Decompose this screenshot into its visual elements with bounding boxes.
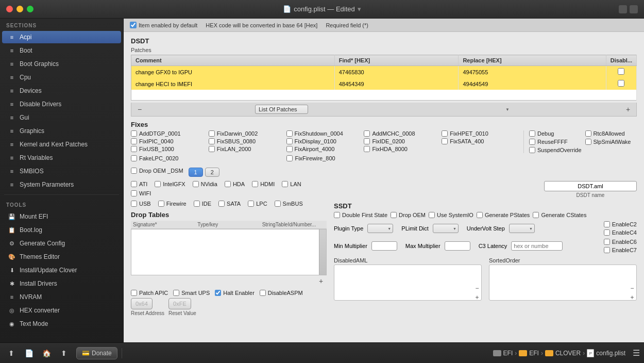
sidebar-item-rt-variables[interactable]: ≡ Rt Variables — [2, 152, 121, 164]
fix-FixSBUS[interactable]: FixSBUS_0080 — [209, 138, 284, 144]
bb-icon-home[interactable]: 🏠 — [39, 346, 54, 360]
cb-lan-input[interactable] — [282, 181, 288, 187]
cb-nvidia-input[interactable] — [193, 181, 199, 187]
list-patches-plus-button[interactable]: + — [623, 104, 633, 114]
fix-FixDisplay[interactable]: FixDisplay_0100 — [286, 138, 362, 144]
ssdt-gen-cstates-cb[interactable] — [533, 212, 539, 218]
fix-FixHDA[interactable]: FixHDA_8000 — [364, 146, 439, 152]
fix-DropOEM-cb[interactable] — [131, 168, 137, 174]
cb-hda[interactable]: HDA — [225, 181, 245, 187]
list-of-patches-select[interactable]: List Of Patches — [255, 105, 308, 114]
bb-hamburger-button[interactable]: ☰ — [633, 348, 640, 358]
row2-disable[interactable] — [606, 78, 636, 90]
cb-nvidia[interactable]: NVidia — [193, 181, 217, 187]
fix-FixUSB-cb[interactable] — [131, 146, 137, 152]
sidebar-item-generate-config[interactable]: ⚙ Generate Config — [2, 237, 121, 250]
plugin-type-select[interactable] — [367, 224, 393, 233]
ssdt-use-sysio[interactable]: Use SystemIO — [429, 212, 473, 218]
cb-enablec2-input[interactable] — [604, 221, 610, 227]
fix-FixIPIC[interactable]: FixIPIC_0040 — [131, 138, 207, 144]
sidebar-item-boot-log[interactable]: 📋 Boot.log — [2, 224, 121, 236]
cb-patchapic[interactable]: Patch APIC — [131, 290, 168, 296]
fix-FixDarwin-cb[interactable] — [209, 130, 215, 137]
cb-lpc[interactable]: LPC — [248, 201, 267, 207]
fix-FixAirport[interactable]: FixAirport_4000 — [286, 146, 362, 152]
cb-sata-input[interactable] — [218, 201, 225, 207]
dsdt-name-input[interactable] — [544, 181, 637, 191]
cb-hdmi[interactable]: HDMI — [252, 181, 275, 187]
fix-Debug[interactable]: Debug — [529, 130, 581, 137]
cb-haltenabled[interactable]: Halt Enabler — [215, 290, 255, 296]
fix-FakeLPC-cb[interactable] — [131, 155, 137, 161]
sidebar-item-kernel-kext[interactable]: ≡ Kernel and Kext Patches — [2, 138, 121, 151]
fix-FixUSB[interactable]: FixUSB_1000 — [131, 146, 207, 152]
table-row[interactable]: change HECI to IMEFI 48454349 494d4549 — [131, 78, 637, 90]
cb-ati-input[interactable] — [131, 181, 137, 187]
fix-FixSATA-cb[interactable] — [442, 138, 448, 144]
cb-intelgfx[interactable]: IntelGFX — [155, 181, 185, 187]
fix-Debug-cb[interactable] — [529, 130, 535, 137]
ssdt-gen-pstates[interactable]: Generate PStates — [477, 212, 530, 218]
cb-disableaspm-input[interactable] — [260, 290, 266, 296]
fix-FixSBUS-cb[interactable] — [209, 138, 215, 144]
sidebar-item-install-drivers[interactable]: ✱ Install Drivers — [2, 277, 121, 290]
drop-table-scrollbar[interactable] — [319, 229, 326, 275]
fix-AddMCHC-cb[interactable] — [364, 130, 370, 137]
bb-icon-share[interactable]: ⬆ — [57, 346, 71, 360]
fix-AddDTGP-cb[interactable] — [131, 130, 137, 137]
ssdt-gen-cstates[interactable]: Generate CStates — [533, 212, 586, 218]
maximize-button[interactable] — [27, 6, 33, 12]
min-mult-input[interactable] — [371, 241, 397, 251]
cb-ide-input[interactable] — [194, 201, 200, 207]
reset-value-button[interactable]: 0xFE — [168, 298, 191, 309]
page-btn-2[interactable]: 2 — [205, 168, 219, 177]
fix-FixSATA[interactable]: FixSATA_400 — [442, 138, 517, 144]
share-button[interactable] — [619, 5, 627, 13]
ssdt-use-sysio-cb[interactable] — [429, 212, 435, 218]
fix-FixDarwin[interactable]: FixDarwin_0002 — [209, 130, 284, 137]
ssdt-double-first[interactable]: Double First State — [334, 212, 387, 218]
row2-disable-checkbox[interactable] — [618, 80, 624, 87]
sidebar-item-gui[interactable]: ≡ Gui — [2, 111, 121, 124]
row1-disable[interactable] — [606, 66, 636, 78]
sidebar-item-devices[interactable]: ≡ Devices — [2, 85, 121, 97]
donate-button[interactable]: 💳 Donate — [76, 347, 117, 359]
fix-DropOEM[interactable]: Drop OEM _DSM — [131, 168, 183, 174]
fix-FixFirewire-cb[interactable] — [286, 155, 293, 161]
ssdt-double-first-cb[interactable] — [334, 212, 340, 218]
sidebar-item-boot-graphics[interactable]: ≡ Boot Graphics — [2, 58, 121, 70]
minimize-button[interactable] — [16, 6, 23, 12]
fix-FixHPET-cb[interactable] — [442, 130, 448, 137]
ssdt-drop-oem[interactable]: Drop OEM — [391, 212, 426, 218]
sidebar-item-themes-editor[interactable]: 🎨 Themes Editor — [2, 251, 121, 263]
cb-ati[interactable]: ATI — [131, 181, 147, 187]
disabled-aml-textarea[interactable] — [334, 265, 482, 301]
cb-patchapic-input[interactable] — [131, 290, 137, 296]
fix-SlpSmi[interactable]: SlpSmiAtWake — [585, 139, 637, 145]
cb-enablec7-input[interactable] — [604, 247, 610, 253]
disabled-aml-minus[interactable]: − — [472, 284, 482, 293]
cb-smbus-input[interactable] — [275, 201, 281, 207]
cb-lan[interactable]: LAN — [282, 181, 301, 187]
fix-ReuseFFFF[interactable]: ReuseFFFF — [529, 139, 581, 145]
fix-FixHDA-cb[interactable] — [364, 146, 370, 152]
cb-firewire-input[interactable] — [158, 201, 164, 207]
row1-disable-checkbox[interactable] — [618, 68, 624, 75]
close-button[interactable] — [6, 6, 13, 12]
cb-usb[interactable]: USB — [131, 201, 151, 207]
disabled-aml-plus[interactable]: + — [472, 293, 482, 302]
cb-sata[interactable]: SATA — [218, 201, 241, 207]
cb-ide[interactable]: IDE — [194, 201, 211, 207]
sidebar-item-graphics[interactable]: ≡ Graphics — [2, 125, 121, 137]
cb-enablec4-input[interactable] — [604, 229, 610, 236]
c3-input[interactable] — [511, 241, 563, 251]
fix-FixIPIC-cb[interactable] — [131, 138, 137, 144]
fix-Rtc8-cb[interactable] — [585, 130, 591, 137]
fix-FixIDE-cb[interactable] — [364, 138, 370, 144]
cb-firewire[interactable]: Firewire — [158, 201, 187, 207]
action-button[interactable] — [630, 5, 638, 13]
item-enabled-checkbox[interactable] — [130, 22, 137, 28]
cb-wifi[interactable]: WIFI — [131, 190, 151, 196]
fix-FixDisplay-cb[interactable] — [286, 138, 293, 144]
cb-enablec2[interactable]: EnableC2 — [604, 221, 637, 227]
